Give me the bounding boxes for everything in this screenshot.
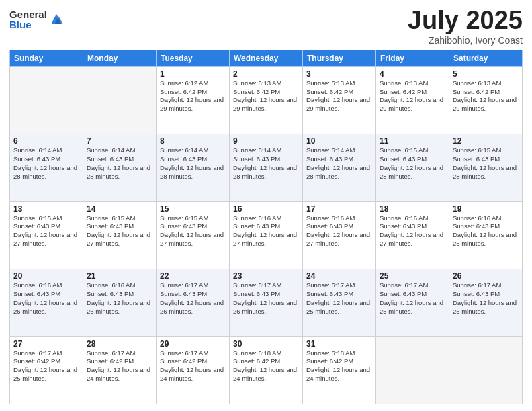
day-of-week-header: Saturday xyxy=(449,50,523,66)
day-number: 16 xyxy=(233,204,299,214)
day-number: 9 xyxy=(233,136,299,146)
day-info: Sunrise: 6:14 AM Sunset: 6:43 PM Dayligh… xyxy=(233,146,299,181)
calendar-day-cell: 30Sunrise: 6:18 AM Sunset: 6:42 PM Dayli… xyxy=(230,336,303,404)
day-number: 30 xyxy=(233,339,299,349)
day-number: 7 xyxy=(87,136,152,146)
day-number: 22 xyxy=(160,271,226,281)
calendar-day-cell: 5Sunrise: 6:13 AM Sunset: 6:42 PM Daylig… xyxy=(449,66,523,134)
location-title: Zahibohio, Ivory Coast xyxy=(408,35,523,46)
day-number: 31 xyxy=(306,339,372,349)
day-info: Sunrise: 6:17 AM Sunset: 6:43 PM Dayligh… xyxy=(160,281,226,316)
day-info: Sunrise: 6:12 AM Sunset: 6:42 PM Dayligh… xyxy=(160,79,226,113)
day-of-week-header: Tuesday xyxy=(157,50,230,66)
day-info: Sunrise: 6:18 AM Sunset: 6:42 PM Dayligh… xyxy=(306,349,372,383)
day-info: Sunrise: 6:16 AM Sunset: 6:43 PM Dayligh… xyxy=(306,214,372,248)
day-number: 6 xyxy=(13,136,79,146)
calendar-day-cell: 22Sunrise: 6:17 AM Sunset: 6:43 PM Dayli… xyxy=(157,269,230,336)
calendar-week-row: 27Sunrise: 6:17 AM Sunset: 6:42 PM Dayli… xyxy=(10,336,523,404)
title-area: July 2025 Zahibohio, Ivory Coast xyxy=(408,7,523,46)
month-title: July 2025 xyxy=(408,7,523,35)
day-info: Sunrise: 6:13 AM Sunset: 6:42 PM Dayligh… xyxy=(380,79,445,113)
day-number: 24 xyxy=(306,271,372,281)
day-number: 14 xyxy=(87,204,152,214)
calendar-day-cell: 4Sunrise: 6:13 AM Sunset: 6:42 PM Daylig… xyxy=(376,66,449,134)
day-number: 5 xyxy=(453,69,519,79)
calendar-day-cell: 11Sunrise: 6:15 AM Sunset: 6:43 PM Dayli… xyxy=(376,134,449,201)
calendar-week-row: 20Sunrise: 6:16 AM Sunset: 6:43 PM Dayli… xyxy=(10,269,523,336)
day-number: 29 xyxy=(160,339,226,349)
calendar-day-cell: 26Sunrise: 6:17 AM Sunset: 6:43 PM Dayli… xyxy=(449,269,523,336)
day-info: Sunrise: 6:16 AM Sunset: 6:43 PM Dayligh… xyxy=(453,214,519,248)
logo-icon xyxy=(49,11,64,26)
calendar-table: SundayMondayTuesdayWednesdayThursdayFrid… xyxy=(9,50,523,404)
day-number: 19 xyxy=(453,204,519,214)
day-number: 21 xyxy=(87,271,152,281)
day-info: Sunrise: 6:16 AM Sunset: 6:43 PM Dayligh… xyxy=(380,214,445,248)
day-number: 3 xyxy=(306,69,372,79)
calendar-day-cell: 23Sunrise: 6:17 AM Sunset: 6:43 PM Dayli… xyxy=(230,269,303,336)
calendar-day-cell xyxy=(376,336,449,404)
day-number: 8 xyxy=(160,136,226,146)
calendar-day-cell: 7Sunrise: 6:14 AM Sunset: 6:43 PM Daylig… xyxy=(83,134,157,201)
day-info: Sunrise: 6:17 AM Sunset: 6:42 PM Dayligh… xyxy=(87,349,152,383)
calendar-day-cell: 9Sunrise: 6:14 AM Sunset: 6:43 PM Daylig… xyxy=(230,134,303,201)
calendar-day-cell: 13Sunrise: 6:15 AM Sunset: 6:43 PM Dayli… xyxy=(10,201,83,269)
day-number: 1 xyxy=(160,69,226,79)
day-number: 11 xyxy=(380,136,445,146)
day-info: Sunrise: 6:13 AM Sunset: 6:42 PM Dayligh… xyxy=(306,79,372,113)
calendar-day-cell xyxy=(83,66,157,134)
calendar-day-cell: 10Sunrise: 6:14 AM Sunset: 6:43 PM Dayli… xyxy=(303,134,376,201)
logo-text: General Blue xyxy=(9,9,47,30)
day-number: 17 xyxy=(306,204,372,214)
day-number: 18 xyxy=(380,204,445,214)
day-info: Sunrise: 6:17 AM Sunset: 6:42 PM Dayligh… xyxy=(160,349,226,383)
calendar-day-cell: 24Sunrise: 6:17 AM Sunset: 6:43 PM Dayli… xyxy=(303,269,376,336)
day-info: Sunrise: 6:14 AM Sunset: 6:43 PM Dayligh… xyxy=(160,146,226,181)
day-number: 23 xyxy=(233,271,299,281)
logo-general: General xyxy=(9,9,47,19)
calendar-day-cell: 19Sunrise: 6:16 AM Sunset: 6:43 PM Dayli… xyxy=(449,201,523,269)
day-of-week-header: Friday xyxy=(376,50,449,66)
calendar-day-cell: 28Sunrise: 6:17 AM Sunset: 6:42 PM Dayli… xyxy=(83,336,157,404)
day-of-week-header: Wednesday xyxy=(230,50,303,66)
day-info: Sunrise: 6:15 AM Sunset: 6:43 PM Dayligh… xyxy=(87,214,152,248)
day-info: Sunrise: 6:16 AM Sunset: 6:43 PM Dayligh… xyxy=(13,281,79,316)
calendar-day-cell: 8Sunrise: 6:14 AM Sunset: 6:43 PM Daylig… xyxy=(157,134,230,201)
day-info: Sunrise: 6:13 AM Sunset: 6:42 PM Dayligh… xyxy=(453,79,519,113)
day-of-week-header: Thursday xyxy=(303,50,376,66)
calendar-day-cell: 31Sunrise: 6:18 AM Sunset: 6:42 PM Dayli… xyxy=(303,336,376,404)
calendar-day-cell: 18Sunrise: 6:16 AM Sunset: 6:43 PM Dayli… xyxy=(376,201,449,269)
calendar-day-cell: 12Sunrise: 6:15 AM Sunset: 6:43 PM Dayli… xyxy=(449,134,523,201)
day-number: 26 xyxy=(453,271,519,281)
logo: General Blue xyxy=(9,9,64,30)
day-of-week-header: Monday xyxy=(83,50,157,66)
day-header-row: SundayMondayTuesdayWednesdayThursdayFrid… xyxy=(10,50,523,66)
logo-blue: Blue xyxy=(9,19,47,30)
day-info: Sunrise: 6:15 AM Sunset: 6:43 PM Dayligh… xyxy=(453,146,519,181)
day-info: Sunrise: 6:15 AM Sunset: 6:43 PM Dayligh… xyxy=(160,214,226,248)
day-of-week-header: Sunday xyxy=(10,50,83,66)
calendar-day-cell: 3Sunrise: 6:13 AM Sunset: 6:42 PM Daylig… xyxy=(303,66,376,134)
calendar-week-row: 13Sunrise: 6:15 AM Sunset: 6:43 PM Dayli… xyxy=(10,201,523,269)
day-number: 28 xyxy=(87,339,152,349)
day-info: Sunrise: 6:15 AM Sunset: 6:43 PM Dayligh… xyxy=(13,214,79,248)
day-info: Sunrise: 6:13 AM Sunset: 6:42 PM Dayligh… xyxy=(233,79,299,113)
day-info: Sunrise: 6:14 AM Sunset: 6:43 PM Dayligh… xyxy=(306,146,372,181)
calendar-day-cell: 2Sunrise: 6:13 AM Sunset: 6:42 PM Daylig… xyxy=(230,66,303,134)
calendar-day-cell: 25Sunrise: 6:17 AM Sunset: 6:43 PM Dayli… xyxy=(376,269,449,336)
calendar-day-cell xyxy=(10,66,83,134)
day-info: Sunrise: 6:17 AM Sunset: 6:43 PM Dayligh… xyxy=(306,281,372,316)
calendar-day-cell: 27Sunrise: 6:17 AM Sunset: 6:42 PM Dayli… xyxy=(10,336,83,404)
calendar-day-cell: 20Sunrise: 6:16 AM Sunset: 6:43 PM Dayli… xyxy=(10,269,83,336)
calendar-week-row: 6Sunrise: 6:14 AM Sunset: 6:43 PM Daylig… xyxy=(10,134,523,201)
day-info: Sunrise: 6:17 AM Sunset: 6:43 PM Dayligh… xyxy=(233,281,299,316)
day-info: Sunrise: 6:18 AM Sunset: 6:42 PM Dayligh… xyxy=(233,349,299,383)
day-number: 20 xyxy=(13,271,79,281)
day-number: 25 xyxy=(380,271,445,281)
header: General Blue July 2025 Zahibohio, Ivory … xyxy=(9,7,523,46)
day-info: Sunrise: 6:16 AM Sunset: 6:43 PM Dayligh… xyxy=(87,281,152,316)
day-info: Sunrise: 6:16 AM Sunset: 6:43 PM Dayligh… xyxy=(233,214,299,248)
day-number: 4 xyxy=(380,69,445,79)
day-number: 12 xyxy=(453,136,519,146)
calendar-day-cell: 21Sunrise: 6:16 AM Sunset: 6:43 PM Dayli… xyxy=(83,269,157,336)
